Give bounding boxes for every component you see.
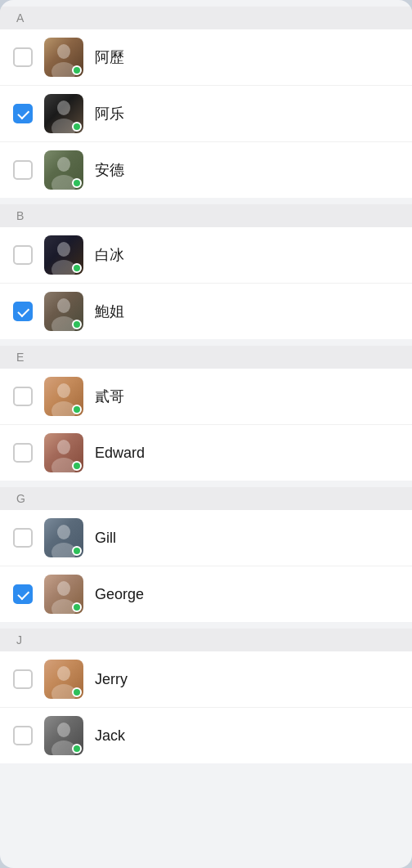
contact-row[interactable]: George	[0, 566, 412, 622]
section-header-A: A	[0, 7, 412, 29]
contact-checkbox[interactable]	[13, 443, 33, 463]
contact-checkbox[interactable]	[13, 104, 33, 123]
contact-name: George	[95, 586, 144, 603]
svg-point-4	[57, 157, 70, 172]
status-dot	[72, 320, 82, 329]
contact-checkbox[interactable]	[13, 528, 33, 548]
section-J: J Jerry Jack	[0, 629, 412, 763]
section-B: B 白冰 鮑姐	[0, 204, 412, 339]
contact-checkbox[interactable]	[13, 669, 33, 689]
status-dot	[72, 122, 82, 132]
contact-row[interactable]: 貳哥	[0, 369, 412, 425]
contact-row[interactable]: Edward	[0, 425, 412, 481]
contact-checkbox[interactable]	[13, 726, 33, 745]
status-dot	[72, 178, 82, 188]
section-header-G: G	[0, 487, 412, 510]
contact-name: Edward	[95, 445, 145, 462]
svg-point-2	[57, 101, 70, 115]
avatar	[44, 292, 83, 331]
status-dot	[72, 405, 82, 414]
avatar	[44, 518, 83, 557]
contact-row[interactable]: Jerry	[0, 651, 412, 708]
contact-checkbox[interactable]	[13, 584, 33, 604]
status-dot	[72, 546, 82, 556]
section-E: E 貳哥 Edward	[0, 346, 412, 481]
contact-row[interactable]: 安德	[0, 142, 412, 198]
contact-checkbox[interactable]	[13, 387, 33, 406]
contact-name: 阿歷	[95, 47, 124, 67]
contact-name: 阿乐	[95, 104, 124, 123]
svg-point-14	[57, 525, 70, 539]
status-dot	[72, 687, 82, 697]
contact-row[interactable]: 白冰	[0, 227, 412, 284]
svg-point-20	[57, 723, 70, 737]
contacts-list: A 阿歷 阿乐 安德B 白冰 鮑姐E 貳哥 EdwardG Gill Georg…	[0, 0, 412, 868]
contact-row[interactable]: 鮑姐	[0, 284, 412, 339]
contact-name: 白冰	[95, 245, 124, 265]
contact-name: Jack	[95, 727, 125, 745]
svg-point-0	[57, 44, 70, 59]
contact-checkbox[interactable]	[13, 160, 33, 180]
contact-row[interactable]: Jack	[0, 708, 412, 763]
svg-point-16	[57, 581, 70, 596]
svg-point-6	[57, 242, 70, 257]
avatar	[44, 716, 83, 755]
contact-name: 鮑姐	[95, 302, 124, 321]
svg-point-18	[57, 666, 70, 681]
svg-point-8	[57, 298, 70, 313]
contact-row[interactable]: Gill	[0, 510, 412, 566]
section-G: G Gill George	[0, 487, 412, 622]
contact-name: 貳哥	[95, 387, 124, 406]
status-dot	[72, 461, 82, 471]
section-header-E: E	[0, 346, 412, 369]
contact-name: Gill	[95, 530, 116, 547]
svg-point-12	[57, 440, 70, 454]
svg-point-10	[57, 383, 70, 398]
avatar	[44, 433, 83, 472]
status-dot	[72, 263, 82, 273]
status-dot	[72, 602, 82, 612]
status-dot	[72, 744, 82, 754]
avatar	[44, 38, 83, 77]
avatar	[44, 235, 83, 275]
avatar	[44, 377, 83, 416]
section-A: A 阿歷 阿乐 安德	[0, 7, 412, 198]
section-header-J: J	[0, 629, 412, 651]
contact-row[interactable]: 阿歷	[0, 29, 412, 86]
status-dot	[72, 65, 82, 75]
contact-name: 安德	[95, 160, 124, 180]
avatar	[44, 150, 83, 190]
avatar	[44, 660, 83, 699]
contact-name: Jerry	[95, 671, 128, 688]
contact-checkbox[interactable]	[13, 47, 33, 67]
avatar	[44, 94, 83, 133]
contact-checkbox[interactable]	[13, 245, 33, 265]
avatar	[44, 575, 83, 614]
section-header-B: B	[0, 204, 412, 227]
contact-checkbox[interactable]	[13, 302, 33, 321]
contact-row[interactable]: 阿乐	[0, 86, 412, 142]
